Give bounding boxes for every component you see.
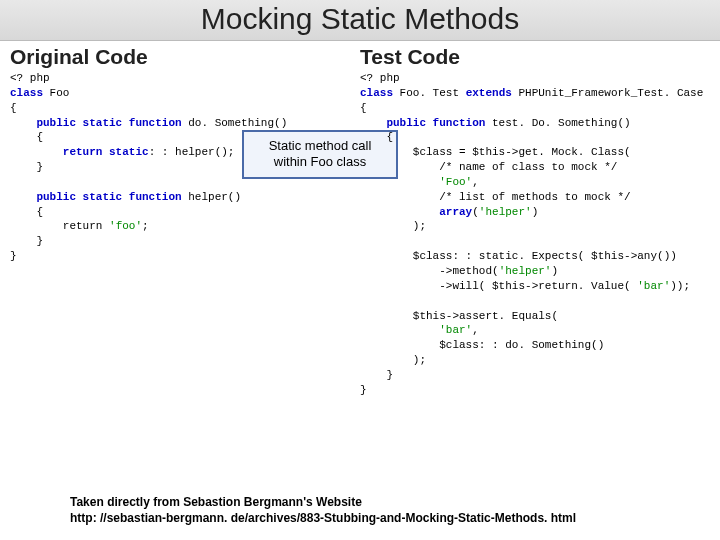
test-code-block: <? php class Foo. Test extends PHPUnit_F…: [360, 71, 710, 398]
left-column: Original Code <? php class Foo { public …: [10, 45, 360, 398]
test-code-heading: Test Code: [360, 45, 710, 69]
content-columns: Original Code <? php class Foo { public …: [0, 41, 720, 398]
footer-line-2: http: //sebastian-bergmann. de/archives/…: [70, 510, 576, 526]
right-column: Test Code <? php class Foo. Test extends…: [360, 45, 710, 398]
original-code-heading: Original Code: [10, 45, 360, 69]
footer-line-1: Taken directly from Sebastion Bergmann's…: [70, 494, 576, 510]
slide-title: Mocking Static Methods: [0, 0, 720, 41]
footer-attribution: Taken directly from Sebastion Bergmann's…: [70, 494, 576, 526]
